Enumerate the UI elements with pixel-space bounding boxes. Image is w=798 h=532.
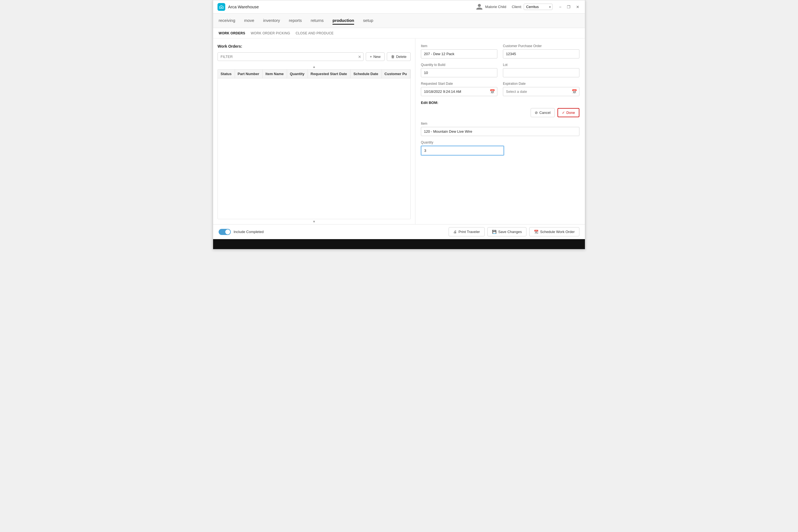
scroll-indicator-up: ▲ bbox=[217, 64, 411, 69]
lot-label: Lot bbox=[503, 63, 580, 67]
content-area: Work Orders: ✕ + New 🗑 Delete ▲ bbox=[213, 39, 585, 224]
breadcrumb-work-order-picking[interactable]: WORK ORDER PICKING bbox=[251, 31, 290, 35]
requested-start-label: Requested Start Date bbox=[421, 82, 497, 86]
bom-quantity-label: Quantity bbox=[421, 140, 504, 144]
nav-item-receiving[interactable]: receiving bbox=[218, 17, 235, 25]
bom-item-label: Item bbox=[421, 122, 580, 126]
print-traveler-button[interactable]: 🖨 Print Traveler bbox=[449, 227, 484, 236]
footer-bar bbox=[213, 239, 585, 249]
col-schedule-date: Schedule Date bbox=[350, 70, 382, 78]
warehouse-icon bbox=[219, 4, 224, 10]
qty-to-build-input[interactable] bbox=[421, 68, 497, 77]
cancel-button[interactable]: ⊘ Cancel bbox=[531, 108, 554, 117]
section-title: Work Orders: bbox=[217, 44, 411, 49]
nav-item-production[interactable]: production bbox=[332, 17, 354, 25]
edit-bom-label: Edit BOM: bbox=[421, 100, 580, 105]
requested-start-calendar-icon[interactable]: 📅 bbox=[490, 89, 495, 94]
col-customer-pu: Customer Pu bbox=[382, 70, 410, 78]
col-requested-start-date: Requested Start Date bbox=[307, 70, 350, 78]
form-group-requested-start: Requested Start Date 📅 bbox=[421, 82, 497, 96]
form-row-qty-lot: Quantity to Build Lot bbox=[421, 63, 580, 77]
expiration-calendar-icon[interactable]: 📅 bbox=[572, 89, 577, 94]
form-row-item-cpo: Item Customer Purchase Order bbox=[421, 44, 580, 58]
nav-item-move[interactable]: move bbox=[244, 17, 254, 25]
form-group-qty-to-build: Quantity to Build bbox=[421, 63, 497, 77]
schedule-icon: 📆 bbox=[534, 230, 538, 234]
title-bar: Arca Warehouse Malorie Child Client: Cer… bbox=[213, 0, 585, 14]
nav-item-reports[interactable]: reports bbox=[289, 17, 302, 25]
requested-start-input-wrapper: 📅 bbox=[421, 87, 497, 96]
form-row-dates: Requested Start Date 📅 Expiration Date 📅 bbox=[421, 82, 580, 96]
check-icon: ✓ bbox=[562, 111, 565, 115]
col-part-number: Part Number bbox=[235, 70, 262, 78]
user-avatar-icon bbox=[476, 3, 483, 11]
filter-input[interactable] bbox=[217, 52, 363, 61]
plus-icon: + bbox=[370, 55, 372, 59]
nav-item-returns[interactable]: returns bbox=[310, 17, 324, 25]
include-completed-wrapper: Include Completed bbox=[218, 229, 264, 235]
col-status: Status bbox=[218, 70, 235, 78]
item-input[interactable] bbox=[421, 49, 497, 58]
table-wrapper: Status Part Number Item Name Quantity Re… bbox=[217, 69, 411, 219]
client-selector[interactable]: Client: Cerritus Other Client bbox=[512, 4, 552, 10]
minimize-button[interactable]: − bbox=[558, 4, 563, 10]
user-info: Malorie Child bbox=[476, 3, 506, 11]
col-quantity: Quantity bbox=[287, 70, 308, 78]
save-icon: 💾 bbox=[492, 230, 496, 234]
nav-item-inventory[interactable]: inventory bbox=[263, 17, 280, 25]
form-row-bom-qty: Quantity bbox=[421, 140, 580, 155]
requested-start-input[interactable] bbox=[421, 87, 497, 96]
filter-input-wrapper: ✕ bbox=[217, 52, 363, 61]
form-group-cpo: Customer Purchase Order bbox=[503, 44, 580, 58]
include-completed-label: Include Completed bbox=[233, 230, 264, 234]
app-logo bbox=[217, 3, 225, 11]
form-group-lot: Lot bbox=[503, 63, 580, 77]
form-group-expiration: Expiration Date 📅 bbox=[503, 82, 580, 96]
expiration-input-wrapper: 📅 bbox=[503, 87, 580, 96]
bom-quantity-input[interactable] bbox=[421, 146, 504, 155]
lot-input[interactable] bbox=[503, 68, 580, 77]
form-group-bom-qty: Quantity bbox=[421, 140, 504, 155]
customer-po-input[interactable] bbox=[503, 49, 580, 58]
window-controls: − ❐ ✕ bbox=[558, 4, 581, 10]
delete-button[interactable]: 🗑 Delete bbox=[387, 52, 411, 61]
form-group-bom-item: Item bbox=[421, 122, 580, 136]
nav-bar: receiving move inventory reports returns… bbox=[213, 14, 585, 28]
nav-item-setup[interactable]: setup bbox=[363, 17, 373, 25]
print-icon: 🖨 bbox=[453, 230, 457, 234]
cancel-icon: ⊘ bbox=[535, 111, 538, 115]
qty-to-build-label: Quantity to Build bbox=[421, 63, 497, 67]
client-select[interactable]: Cerritus Other Client bbox=[524, 4, 552, 10]
app-window: Arca Warehouse Malorie Child Client: Cer… bbox=[213, 0, 585, 249]
done-button[interactable]: ✓ Done bbox=[557, 108, 580, 117]
customer-po-label: Customer Purchase Order bbox=[503, 44, 580, 48]
maximize-button[interactable]: ❐ bbox=[566, 4, 572, 10]
form-row-bom-item: Item bbox=[421, 122, 580, 136]
expiration-label: Expiration Date bbox=[503, 82, 580, 86]
user-name: Malorie Child bbox=[485, 5, 506, 9]
scroll-indicator-down: ▼ bbox=[217, 219, 411, 224]
trash-icon: 🗑 bbox=[391, 55, 395, 59]
client-label: Client: bbox=[512, 5, 522, 9]
bom-action-row: ⊘ Cancel ✓ Done bbox=[421, 108, 580, 117]
include-completed-toggle[interactable] bbox=[218, 229, 231, 235]
breadcrumb-close-and-produce[interactable]: CLOSE AND PRODUCE bbox=[296, 31, 334, 35]
work-orders-table: Status Part Number Item Name Quantity Re… bbox=[218, 70, 410, 78]
breadcrumb-bar: WORK ORDERS WORK ORDER PICKING CLOSE AND… bbox=[213, 28, 585, 39]
close-button[interactable]: ✕ bbox=[575, 4, 581, 10]
form-group-item: Item bbox=[421, 44, 497, 58]
new-button[interactable]: + New bbox=[366, 52, 385, 61]
save-changes-button[interactable]: 💾 Save Changes bbox=[488, 227, 527, 236]
bottom-bar: Include Completed 🖨 Print Traveler 💾 Sav… bbox=[213, 224, 585, 239]
col-item-name: Item Name bbox=[263, 70, 287, 78]
schedule-work-order-button[interactable]: 📆 Schedule Work Order bbox=[529, 227, 580, 236]
left-panel: Work Orders: ✕ + New 🗑 Delete ▲ bbox=[213, 39, 415, 224]
bom-item-input[interactable] bbox=[421, 127, 580, 136]
bottom-actions: 🖨 Print Traveler 💾 Save Changes 📆 Schedu… bbox=[449, 227, 580, 236]
breadcrumb-work-orders[interactable]: WORK ORDERS bbox=[218, 31, 245, 35]
expiration-input[interactable] bbox=[503, 87, 580, 96]
filter-row: ✕ + New 🗑 Delete bbox=[217, 52, 411, 61]
app-name: Arca Warehouse bbox=[228, 4, 476, 9]
filter-clear-button[interactable]: ✕ bbox=[358, 55, 361, 59]
right-panel: Item Customer Purchase Order Quantity to… bbox=[415, 39, 585, 224]
